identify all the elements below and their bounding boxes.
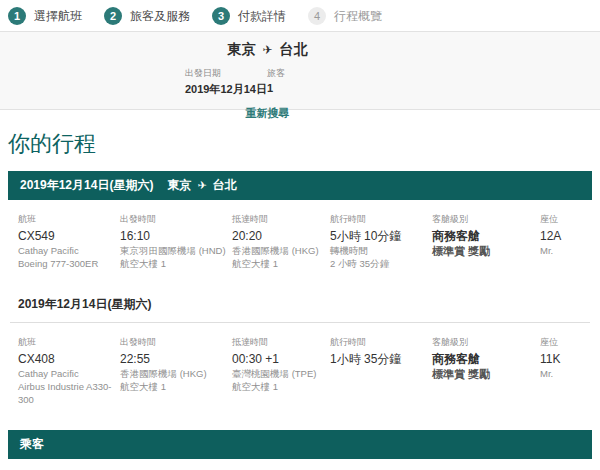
departure-date-value: 2019年12月14日 (185, 82, 267, 97)
step-1-circle: 1 (8, 7, 26, 25)
flight-number: CX549 (18, 229, 120, 244)
flight-cell: CX549 Cathay Pacific Boeing 777-300ER (18, 229, 120, 270)
transfer-label: 轉機時間 (330, 244, 432, 257)
flight-duration: 5小時 10分鐘 (330, 229, 432, 244)
segment-2-date: 2019年12月14日(星期六) (8, 280, 592, 313)
route-title: 東京 ✈ 台北 (185, 41, 350, 59)
depart-terminal: 航空大樓 1 (120, 257, 232, 270)
step-1-label: 選擇航班 (34, 8, 82, 25)
flight-cell: CX408 Cathay Pacific Airbus Industrie A3… (18, 352, 120, 406)
itinerary-card: 2019年12月14日(星期六) 東京 ✈ 台北 航班 出發時間 抵達時間 航行… (8, 171, 592, 416)
booking-stepper: 1 選擇航班 2 旅客及服務 3 付款詳情 4 行程概覽 (0, 0, 600, 31)
plane-icon: ✈ (197, 179, 206, 192)
step-2-circle: 2 (104, 7, 122, 25)
cabin-class: 商務客艙 (432, 229, 540, 244)
col-cabin: 客艙級別 (432, 200, 540, 229)
col-flight: 航班 (18, 200, 120, 229)
step-2-label: 旅客及服務 (130, 8, 190, 25)
depart-time: 16:10 (120, 229, 232, 244)
seat-cell: 12A Mr. (540, 229, 592, 270)
fare-type: 標準賞 獎勵 (432, 367, 540, 382)
itinerary-header-origin: 東京 (167, 177, 191, 194)
step-passengers-services[interactable]: 2 旅客及服務 (104, 7, 190, 25)
step-4-circle: 4 (308, 7, 326, 25)
arrive-airport: 香港國際機場 (HKG) (232, 244, 330, 257)
arrive-cell: 00:30 +1 臺灣桃園機場 (TPE) 航空大樓 1 (232, 352, 330, 406)
arrive-time: 00:30 +1 (232, 352, 330, 367)
seat-holder: Mr. (540, 244, 592, 257)
seat-number: 12A (540, 229, 592, 244)
col-seat: 座位 (540, 323, 592, 352)
new-search-link[interactable]: 重新搜尋 (185, 106, 350, 121)
page-title: 你的行程 (8, 129, 600, 159)
carrier: Cathay Pacific (18, 244, 120, 257)
cabin-class: 商務客艙 (432, 352, 540, 367)
passengers-block: 旅客 1 (267, 67, 349, 97)
search-summary-panel: 東京 ✈ 台北 出發日期 2019年12月14日 旅客 1 重新搜尋 (0, 31, 600, 110)
passenger-section: 乘客 (8, 430, 592, 459)
route-origin: 東京 (227, 41, 255, 59)
passengers-label: 旅客 (267, 67, 349, 80)
step-3-label: 付款詳情 (238, 8, 286, 25)
cabin-cell: 商務客艙 標準賞 獎勵 (432, 229, 540, 270)
depart-airport: 東京羽田國際機場 (HND) (120, 244, 232, 257)
col-duration: 航行時間 (330, 200, 432, 229)
seat-cell: 11K Mr. (540, 352, 592, 406)
seat-holder: Mr. (540, 367, 592, 380)
departure-date-label: 出發日期 (185, 67, 267, 80)
route-destination: 台北 (280, 41, 308, 59)
fare-type: 標準賞 獎勵 (432, 244, 540, 259)
transfer-duration: 2 小時 35分鐘 (330, 257, 432, 270)
col-depart-time: 出發時間 (120, 323, 232, 352)
depart-terminal: 航空大樓 1 (120, 380, 232, 393)
departure-date-block: 出發日期 2019年12月14日 (185, 67, 267, 97)
step-3-circle: 3 (212, 7, 230, 25)
step-payment-details[interactable]: 3 付款詳情 (212, 7, 286, 25)
duration-cell: 5小時 10分鐘 轉機時間 2 小時 35分鐘 (330, 229, 432, 270)
flight-duration: 1小時 35分鐘 (330, 352, 432, 367)
cabin-cell: 商務客艙 標準賞 獎勵 (432, 352, 540, 406)
seat-number: 11K (540, 352, 592, 367)
col-seat: 座位 (540, 200, 592, 229)
col-duration: 航行時間 (330, 323, 432, 352)
col-arrive-time: 抵達時間 (232, 323, 330, 352)
col-flight: 航班 (18, 323, 120, 352)
arrive-terminal: 航空大樓 1 (232, 257, 330, 270)
step-itinerary-overview: 4 行程概覽 (308, 7, 382, 25)
aircraft: Airbus Industrie A330-300 (18, 380, 120, 406)
passenger-header-bar: 乘客 (8, 430, 592, 459)
plane-icon: ✈ (262, 43, 272, 57)
arrive-airport: 臺灣桃園機場 (TPE) (232, 367, 330, 380)
col-arrive-time: 抵達時間 (232, 200, 330, 229)
depart-cell: 16:10 東京羽田國際機場 (HND) 航空大樓 1 (120, 229, 232, 270)
col-cabin: 客艙級別 (432, 323, 540, 352)
flight-number: CX408 (18, 352, 120, 367)
itinerary-header-destination: 台北 (213, 177, 237, 194)
depart-time: 22:55 (120, 352, 232, 367)
flight-segment-1: 航班 出發時間 抵達時間 航行時間 客艙級別 座位 CX549 Cathay P… (8, 200, 592, 280)
duration-cell: 1小時 35分鐘 (330, 352, 432, 406)
passenger-header-label: 乘客 (20, 436, 44, 453)
depart-cell: 22:55 香港國際機場 (HKG) 航空大樓 1 (120, 352, 232, 406)
passenger-info: 成人 Mr, (+886) 9 k@m .com.tw 亞洲萬里通」 1 (0, 459, 600, 470)
step-select-flight[interactable]: 1 選擇航班 (8, 7, 82, 25)
step-4-label: 行程概覽 (334, 8, 382, 25)
carrier: Cathay Pacific (18, 367, 120, 380)
arrive-time: 20:20 (232, 229, 330, 244)
arrive-cell: 20:20 香港國際機場 (HKG) 航空大樓 1 (232, 229, 330, 270)
passengers-count: 1 (267, 82, 349, 94)
aircraft: Boeing 777-300ER (18, 257, 120, 270)
flight-segment-2: 2019年12月14日(星期六) 航班 出發時間 抵達時間 航行時間 客艙級別 … (8, 280, 592, 416)
depart-airport: 香港國際機場 (HKG) (120, 367, 232, 380)
arrive-terminal: 航空大樓 1 (232, 380, 330, 393)
itinerary-header-bar: 2019年12月14日(星期六) 東京 ✈ 台北 (8, 171, 592, 200)
col-depart-time: 出發時間 (120, 200, 232, 229)
itinerary-header-date: 2019年12月14日(星期六) (20, 177, 153, 194)
